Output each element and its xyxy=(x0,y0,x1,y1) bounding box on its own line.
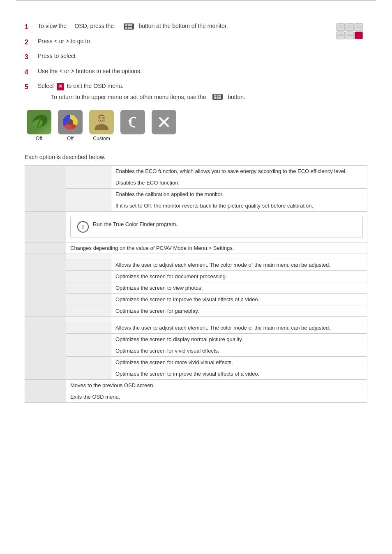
top-border xyxy=(16,0,376,1)
table-row: Optimizes the screen to improve the visu… xyxy=(25,368,367,380)
osd-icon-1 xyxy=(124,23,134,30)
exit-label xyxy=(25,391,66,403)
eco-button-label: Off xyxy=(36,136,42,141)
table-row: Exits the OSD menu. xyxy=(25,391,367,403)
eco-on-desc: Enables the ECO function, which allows y… xyxy=(111,166,367,177)
table-row xyxy=(25,254,367,259)
pc-label xyxy=(25,259,66,317)
av-standard-sub xyxy=(66,334,111,345)
step-5-number: 5 xyxy=(25,82,35,92)
custom-desc: Allows the user to adjust each element. … xyxy=(111,259,367,271)
changes-desc: Changes depending on the value of PC/AV … xyxy=(66,242,367,254)
calib-off-desc: If it is set to Off, the monitor reverts… xyxy=(111,200,367,212)
table-row: Disables the ECO function. xyxy=(25,177,367,189)
color-button-label: Off xyxy=(67,136,74,141)
step-3: 3 Press to select xyxy=(25,51,367,62)
changes-label xyxy=(25,242,66,254)
notice-cell: ! Run the True Color Finder program. xyxy=(66,212,367,242)
av-label xyxy=(25,322,66,380)
av-cinema-sub xyxy=(66,345,111,357)
monitor-image xyxy=(334,21,367,50)
step-4: 4 Use the < or > buttons to set the opti… xyxy=(25,67,367,78)
table-row: Enables the ECO function, which allows y… xyxy=(25,166,367,177)
step-5: 5 Select ✕ to exit the OSD menu. To retu… xyxy=(25,81,367,102)
av-cinema-desc: Optimizes the screen for vivid visual ef… xyxy=(111,345,367,357)
sep2-sub xyxy=(66,317,111,322)
calib-on-label xyxy=(66,189,111,200)
color-button[interactable]: Off xyxy=(56,110,85,141)
table-row: Allows the user to adjust each element. … xyxy=(25,322,367,334)
icon-buttons-row: Off Off xyxy=(25,110,367,141)
table-row: Optimizes the screen to display normal p… xyxy=(25,334,367,345)
step-3-number: 3 xyxy=(25,52,35,62)
svg-point-20 xyxy=(67,119,73,125)
av-dynamic-sub xyxy=(66,357,111,368)
doc-desc: Optimizes the screen for document proces… xyxy=(111,271,367,282)
av-standard-desc: Optimizes the screen to display normal p… xyxy=(111,334,367,345)
custom-button[interactable]: Custom xyxy=(87,110,116,141)
notice-label-cell xyxy=(25,212,66,242)
step-2-text: Press < or > to go to xyxy=(38,37,367,46)
eco-label-cell xyxy=(25,166,66,212)
av-video-sub xyxy=(66,368,111,380)
svg-point-25 xyxy=(103,118,104,119)
sep2-desc xyxy=(111,317,367,322)
table-row: Optimizes the screen to improve the visu… xyxy=(25,294,367,305)
table-row: Changes depending on the value of PC/AV … xyxy=(25,242,367,254)
step-1: 1 To view the OSD, press the button at t… xyxy=(25,21,367,32)
av-custom-desc: Allows the user to adjust each element. … xyxy=(111,322,367,334)
notice-text: Run the True Color Finder program. xyxy=(93,221,178,227)
close-button[interactable] xyxy=(150,110,178,141)
table-row: Enables the calibration applied to the m… xyxy=(25,189,367,200)
step-1-number: 1 xyxy=(25,22,35,32)
step-5-line2: To return to the upper menu or set other… xyxy=(51,92,245,102)
video-desc: Optimizes the screen to improve the visu… xyxy=(111,294,367,305)
step-4-text: Use the < or > buttons to set the option… xyxy=(38,67,367,76)
photo-desc: Optimizes the screen to view photos. xyxy=(111,282,367,294)
sep1-label xyxy=(25,254,66,259)
sep2-label xyxy=(25,317,66,322)
eco-off-label xyxy=(66,177,111,189)
sep1-sub xyxy=(66,254,111,259)
custom-sub xyxy=(66,259,111,271)
calib-on-desc: Enables the calibration applied to the m… xyxy=(111,189,367,200)
av-custom-sub xyxy=(66,322,111,334)
table-row: Optimizes the screen to view photos. xyxy=(25,282,367,294)
step-2-number: 2 xyxy=(25,37,35,48)
step-2: 2 Press < or > to go to xyxy=(25,37,367,48)
calib-off-label xyxy=(66,200,111,212)
table-row: Optimizes the screen for document proces… xyxy=(25,271,367,282)
svg-point-24 xyxy=(99,118,101,119)
notice-icon: ! xyxy=(77,221,89,233)
step-3-text: Press to select xyxy=(38,51,367,60)
table-row: Optimizes the screen for vivid visual ef… xyxy=(25,345,367,357)
step-1-text: To view the OSD, press the button at the… xyxy=(38,21,367,30)
exit-desc: Exits the OSD menu. xyxy=(66,391,367,403)
step-5-line1: Select ✕ to exit the OSD menu. xyxy=(38,81,245,90)
eco-on-label xyxy=(66,166,111,177)
osd-icon-2 xyxy=(212,94,223,100)
doc-sub xyxy=(66,271,111,282)
video-sub xyxy=(66,294,111,305)
back-button[interactable] xyxy=(118,110,147,141)
back-desc: Moves to the previous OSD screen. xyxy=(66,380,367,391)
step-5-content: Select ✕ to exit the OSD menu. To return… xyxy=(38,81,245,102)
options-table: Enables the ECO function, which allows y… xyxy=(25,165,367,403)
av-video-desc: Optimizes the screen to improve the visu… xyxy=(111,368,367,380)
eco-off-desc: Disables the ECO function. xyxy=(111,177,367,189)
page-content: 1 To view the OSD, press the button at t… xyxy=(0,13,392,411)
eco-button[interactable]: Off xyxy=(25,110,53,141)
table-row xyxy=(25,317,367,322)
steps-section: 1 To view the OSD, press the button at t… xyxy=(25,21,367,102)
table-row: Moves to the previous OSD screen. xyxy=(25,380,367,391)
step-4-number: 4 xyxy=(25,67,35,78)
back-label xyxy=(25,380,66,391)
game-sub xyxy=(66,305,111,317)
svg-point-21 xyxy=(71,125,75,129)
photo-sub xyxy=(66,282,111,294)
custom-button-label: Custom xyxy=(93,136,110,141)
game-desc: Optimizes the screen for gameplay. xyxy=(111,305,367,317)
table-row: Optimizes the screen for more vivid visu… xyxy=(25,357,367,368)
x-badge: ✕ xyxy=(57,83,64,90)
table-row: Allows the user to adjust each element. … xyxy=(25,259,367,271)
